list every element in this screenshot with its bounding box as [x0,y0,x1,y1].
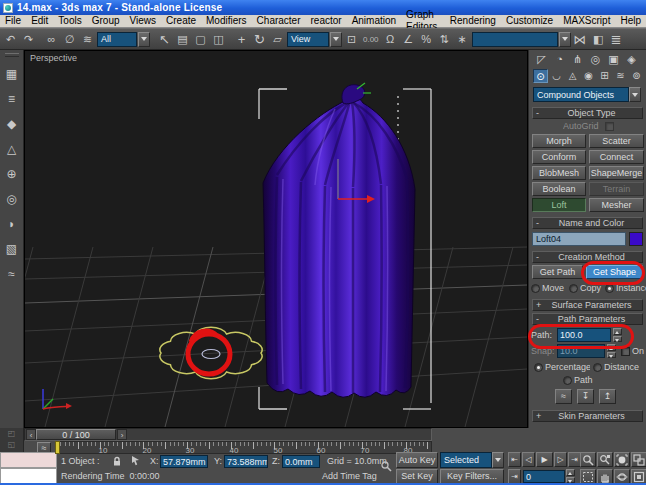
keyboard-override-icon[interactable]: ∗ [454,31,471,48]
angle-snap-icon[interactable]: ∠ [400,31,417,48]
viewport-label[interactable]: Perspective [30,53,77,63]
menu-item-create[interactable]: Create [161,15,201,27]
display-tab-icon[interactable]: ▣ [605,52,622,67]
x-coordinate-field[interactable]: 57.879mm [160,455,208,468]
radio-percentage[interactable]: Percentage [534,362,590,372]
menu-item-maxscript[interactable]: MAXScript [558,15,615,27]
modify-tab-icon[interactable]: ◔ [551,52,568,67]
snap-value-field[interactable]: 10.0 [557,344,605,358]
mesher-button[interactable]: Mesher [589,198,644,212]
select-and-rotate-icon[interactable]: ↻ [251,31,268,48]
spinner-down-icon[interactable] [607,352,616,359]
spinner-down-icon[interactable] [613,336,622,343]
undo-icon[interactable]: ↶ [2,31,19,48]
autogrid-checkbox[interactable] [605,122,614,131]
spinner-snap-icon[interactable]: ⇅ [436,31,453,48]
radio-move[interactable]: Move [531,283,567,293]
cameras-icon[interactable]: ◉ [581,69,596,83]
spinner-up-icon[interactable] [613,328,622,335]
knife-icon[interactable]: ◆ [3,116,21,132]
category-dropdown[interactable]: Compound Objects [533,87,629,102]
reference-coordsys-dropdown[interactable]: View [287,32,329,47]
asset-browser-icon[interactable]: ▦ [3,66,21,82]
align-icon[interactable]: ◧ [590,31,607,48]
rollout-creation-method[interactable]: - Creation Method [532,251,643,263]
zoom-icon[interactable] [580,452,596,467]
select-and-link-icon[interactable]: ∞ [43,31,60,48]
menu-item-edit[interactable]: Edit [26,15,53,27]
boolean-button[interactable]: Boolean [532,182,586,196]
goto-next-key-icon[interactable]: ⇥ [508,469,521,484]
snap-spinner[interactable] [607,344,616,358]
motion-tab-icon[interactable]: ◎ [587,52,604,67]
next-frame-icon[interactable]: ▷ [554,452,567,467]
zoom-extents-icon[interactable] [614,452,630,467]
bind-to-spacewarp-icon[interactable]: ≋ [79,31,96,48]
key-selection-dropdown-button[interactable] [492,452,504,468]
select-object-icon[interactable]: ↖ [156,31,173,48]
named-selection-dropdown[interactable] [472,32,558,47]
loft-button[interactable]: Loft [532,198,586,212]
lights-icon[interactable]: ◬ [565,69,580,83]
scatter-button[interactable]: Scatter [589,134,644,148]
object-name-field[interactable]: Loft04 [532,232,626,246]
track-bar-ruler[interactable]: 10 20 30 40 50 60 70 80 [55,441,432,454]
viewport-perspective[interactable]: Perspective [24,50,528,428]
zoom-all-icon[interactable] [597,452,613,467]
utilities-tab-icon[interactable]: ◈ [623,52,640,67]
spinner-up-icon[interactable] [566,469,575,476]
time-marker[interactable] [55,441,60,454]
play-icon[interactable]: ▶ [536,452,553,467]
menu-item-views[interactable]: Views [125,15,162,27]
geometry-icon[interactable]: ⊙ [533,69,548,83]
anchor-icon[interactable]: ◎ [3,191,21,207]
menu-item-customize[interactable]: Customize [501,15,558,27]
menu-item-group[interactable]: Group [87,15,125,27]
spacewarps-icon[interactable]: ≋ [613,69,628,83]
blobmesh-button[interactable]: BlobMesh [532,166,586,180]
z-coordinate-field[interactable]: 0.0mm [282,455,320,468]
rollout-object-type[interactable]: - Object Type [532,107,643,119]
layer-manager-icon[interactable]: ≣ [608,31,625,48]
radio-copy[interactable]: Copy [569,283,603,293]
snap-on-checkbox[interactable]: On [621,346,645,356]
add-time-tag[interactable]: Add Time Tag [322,469,377,483]
current-frame-field[interactable]: 0 [523,470,565,483]
stack-icon[interactable]: ≡ [3,91,21,107]
key-filters-button[interactable]: Key Filters... [440,469,504,484]
create-tab-icon[interactable]: ◸ [533,52,550,67]
path-spinner[interactable] [613,328,622,342]
rollout-path-parameters[interactable]: - Path Parameters [532,313,643,325]
previous-shape-icon[interactable]: ↧ [577,389,594,404]
menu-item-reactor[interactable]: reactor [306,15,347,27]
conform-button[interactable]: Conform [532,150,586,164]
use-pivot-center-icon[interactable]: ⊡ [343,31,360,48]
texture-icon[interactable]: ▧ [3,241,21,257]
window-crossing-icon[interactable]: ◫ [210,31,227,48]
select-by-name-icon[interactable]: ▤ [174,31,191,48]
menu-item-tools[interactable]: Tools [53,15,86,27]
loft-object[interactable] [263,83,415,397]
gear-icon[interactable]: ⊕ [3,166,21,182]
pliers-icon[interactable]: △ [3,141,21,157]
y-coordinate-field[interactable]: 73.588mm [224,455,268,468]
auto-key-button[interactable]: Auto Key [396,452,438,468]
maxscript-mini-listener-white[interactable] [0,468,57,484]
prev-frame-icon[interactable]: ◁ [522,452,535,467]
morph-button[interactable]: Morph [532,134,586,148]
menu-item-rendering[interactable]: Rendering [445,15,501,27]
set-key-button[interactable]: Set Key [396,469,438,484]
zoom-region-icon[interactable] [580,469,596,484]
time-slider-prev-arrow[interactable]: ‹ [26,429,36,440]
systems-icon[interactable]: ⊚ [629,69,644,83]
menu-item-file[interactable]: File [0,15,26,27]
path-value-field[interactable]: 100.0 [557,328,611,342]
connect-button[interactable]: Connect [589,150,644,164]
next-shape-icon[interactable]: ↥ [599,389,616,404]
terrain-button[interactable]: Terrain [589,182,644,196]
radio-distance[interactable]: Distance [593,362,645,372]
time-slider-next-arrow[interactable]: › [117,429,127,440]
hierarchy-tab-icon[interactable]: ⋔ [569,52,586,67]
unlink-selection-icon[interactable]: ∅ [61,31,78,48]
title-bar[interactable]: 14.max - 3ds max 7 - Stand-alone License [0,0,646,15]
